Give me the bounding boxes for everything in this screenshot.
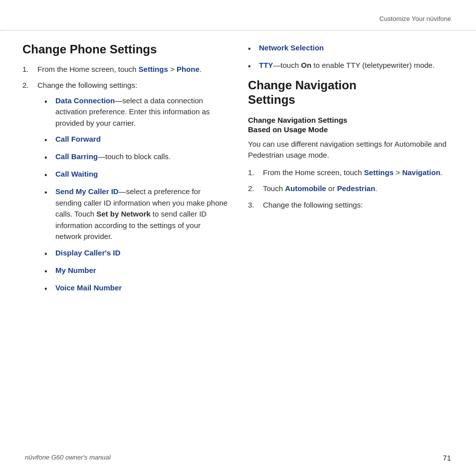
- network-selection-text: Network Selection: [259, 42, 324, 55]
- nav-step-1: 1. From the Home screen, touch Settings …: [248, 167, 454, 179]
- right-column: Network Selection TTY—touch On to enable…: [248, 37, 454, 446]
- list-item-call-waiting: Call Waiting: [44, 169, 228, 181]
- right-top-bullets: Network Selection TTY—touch On to enable…: [248, 42, 454, 72]
- step-1-number: 1.: [22, 64, 33, 75]
- list-item-tty: TTY—touch On to enable TTY (teletypewrit…: [248, 60, 454, 72]
- settings-bullet-list: Data Connection—select a data connection…: [44, 95, 228, 295]
- header-text: Customize Your nüvifone: [379, 15, 451, 22]
- call-barring-link[interactable]: Call Barring: [55, 152, 98, 161]
- nav-step-2: 2. Touch Automobile or Pedestrian.: [248, 183, 454, 195]
- step-1: 1. From the Home screen, touch Settings …: [22, 64, 228, 75]
- network-selection-link[interactable]: Network Selection: [259, 43, 324, 52]
- nav-step-3-number: 3.: [248, 200, 259, 211]
- call-forward-text: Call Forward: [55, 134, 101, 146]
- pedestrian-link[interactable]: Pedestrian: [337, 184, 375, 193]
- tty-on-bold: On: [301, 61, 311, 69]
- nav-step-2-text: Touch Automobile or Pedestrian.: [263, 183, 454, 195]
- list-item-data-connection: Data Connection—select a data connection…: [44, 95, 228, 129]
- nav-step-3-text: Change the following settings:: [263, 200, 454, 211]
- my-number-text: My Number: [55, 265, 96, 277]
- call-barring-text: Call Barring—touch to block calls.: [55, 151, 171, 164]
- nav-step-3: 3. Change the following settings:: [248, 200, 454, 211]
- tty-link[interactable]: TTY: [259, 61, 273, 69]
- step-2-number: 2.: [22, 80, 33, 300]
- nav-subsection-title: Change Navigation SettingsBased on Usage…: [248, 115, 454, 135]
- list-item-network-selection: Network Selection: [248, 42, 454, 55]
- content-area: Change Phone Settings 1. From the Home s…: [22, 37, 454, 446]
- nav-section-title: Change NavigationSettings: [248, 78, 454, 107]
- display-caller-id-text: Display Caller's ID: [55, 247, 120, 260]
- send-caller-id-text: Send My Caller ID—select a preference fo…: [55, 186, 228, 242]
- data-connection-text: Data Connection—select a data connection…: [55, 95, 228, 129]
- automobile-link[interactable]: Automobile: [285, 184, 326, 193]
- left-column: Change Phone Settings 1. From the Home s…: [22, 37, 228, 446]
- voice-mail-link[interactable]: Voice Mail Number: [55, 283, 122, 292]
- left-numbered-list: 1. From the Home screen, touch Settings …: [22, 64, 228, 300]
- left-section-title: Change Phone Settings: [22, 42, 228, 57]
- call-waiting-text: Call Waiting: [55, 169, 98, 181]
- phone-link[interactable]: Phone: [177, 65, 200, 73]
- list-item-call-forward: Call Forward: [44, 134, 228, 146]
- footer-left-text: nüvifone G60 owner's manual: [25, 454, 111, 462]
- tty-text: TTY—touch On to enable TTY (teletypewrit…: [259, 60, 435, 72]
- my-number-link[interactable]: My Number: [55, 266, 96, 274]
- nav-body-text: You can use different navigation setting…: [248, 139, 454, 161]
- voice-mail-text: Voice Mail Number: [55, 282, 122, 295]
- list-item-call-barring: Call Barring—touch to block calls.: [44, 151, 228, 164]
- nav-step-1-number: 1.: [248, 167, 259, 179]
- call-waiting-link[interactable]: Call Waiting: [55, 170, 98, 178]
- set-by-network-bold: Set by Network: [96, 210, 150, 218]
- footer-page-number: 71: [443, 454, 451, 462]
- list-item-display-caller-id: Display Caller's ID: [44, 247, 228, 260]
- step-1-text: From the Home screen, touch Settings > P…: [37, 64, 228, 75]
- step-2: 2. Change the following settings: Data C…: [22, 80, 228, 300]
- list-item-my-number: My Number: [44, 265, 228, 277]
- settings-link[interactable]: Settings: [139, 65, 168, 73]
- page-footer: nüvifone G60 owner's manual 71: [0, 454, 476, 462]
- send-caller-id-link[interactable]: Send My Caller ID: [55, 187, 119, 196]
- nav-settings-link[interactable]: Settings: [364, 168, 394, 177]
- nav-step-2-number: 2.: [248, 183, 259, 195]
- page-container: Customize Your nüvifone Change Phone Set…: [0, 0, 476, 476]
- list-item-send-caller-id: Send My Caller ID—select a preference fo…: [44, 186, 228, 242]
- nav-numbered-list: 1. From the Home screen, touch Settings …: [248, 167, 454, 211]
- page-header: Customize Your nüvifone: [379, 15, 451, 22]
- list-item-voice-mail: Voice Mail Number: [44, 282, 228, 295]
- nav-step-1-text: From the Home screen, touch Settings > N…: [263, 167, 454, 179]
- display-caller-id-link[interactable]: Display Caller's ID: [55, 248, 120, 257]
- top-border-line: [0, 30, 476, 30]
- data-connection-link[interactable]: Data Connection: [55, 96, 115, 105]
- step-2-text: Change the following settings: Data Conn…: [37, 80, 228, 300]
- call-forward-link[interactable]: Call Forward: [55, 135, 101, 143]
- navigation-link[interactable]: Navigation: [402, 168, 441, 177]
